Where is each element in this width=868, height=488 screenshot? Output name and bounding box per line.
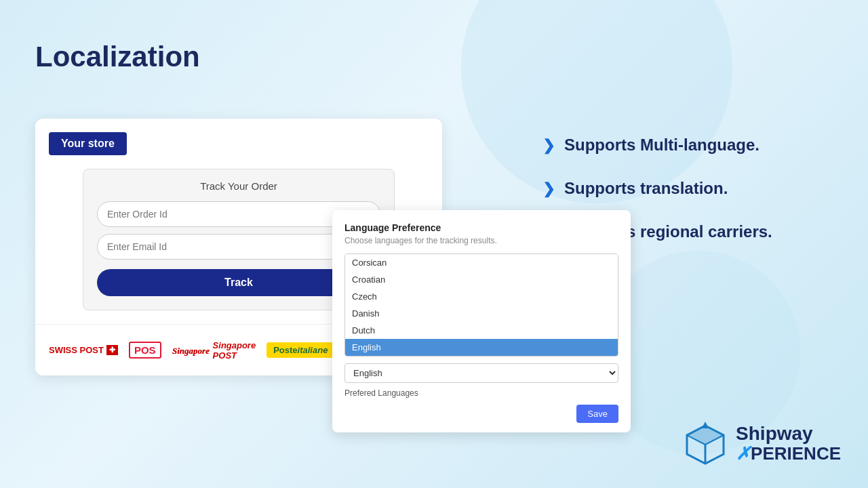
feature-item-1: ❯ Supports Multi-language. [542, 136, 827, 155]
chevron-icon-1: ❯ [542, 137, 555, 155]
xperience-rest: PERIENCE [751, 443, 841, 464]
lang-pref-subtitle: Choose languages for the tracking result… [344, 236, 618, 245]
lang-item-croatian[interactable]: Croatian [345, 271, 618, 288]
feature-text-2: Supports translation. [564, 179, 728, 198]
shipway-text: Shipway ✗ PERIENCE [736, 424, 841, 464]
lang-pref-title: Language Preference [344, 222, 618, 233]
lang-item-danish[interactable]: Danish [345, 305, 618, 322]
lang-select[interactable]: English [344, 363, 618, 383]
svg-marker-7 [702, 422, 709, 428]
svg-marker-3 [687, 426, 724, 445]
lang-save-button[interactable]: Save [576, 405, 618, 423]
pos-logo: POS [129, 342, 161, 359]
lang-dropdown-list[interactable]: Corsican Croatian Czech Danish Dutch Eng… [344, 253, 618, 357]
shipway-branding: Shipway ✗ PERIENCE [682, 420, 841, 468]
swiss-post-logo: SWISS POST ✚ [49, 345, 118, 355]
lang-preferred-label: Prefered Languages [344, 388, 618, 398]
lang-dropdown-container: Corsican Croatian Czech Danish Dutch Eng… [344, 253, 618, 357]
poste-italiane-logo: Posteitaliane [267, 342, 334, 358]
lang-item-dutch[interactable]: Dutch [345, 322, 618, 339]
chevron-icon-2: ❯ [542, 180, 555, 198]
page-title: Localization [35, 41, 200, 73]
xperience-x-icon: ✗ [736, 443, 751, 464]
singapore-post-logo: Singapore Singapore SingaporePOST [172, 340, 256, 361]
track-widget-title: Track Your Order [97, 180, 380, 192]
lang-item-english[interactable]: English [345, 339, 618, 356]
shipway-logo-icon [682, 420, 729, 468]
feature-item-2: ❯ Supports translation. [542, 179, 827, 198]
lang-item-czech[interactable]: Czech [345, 288, 618, 305]
feature-text-1: Supports Multi-language. [564, 136, 760, 155]
store-bar: Your store [35, 119, 442, 162]
lang-select-row: English [344, 363, 618, 383]
shipway-xperience: ✗ PERIENCE [736, 443, 841, 464]
shipway-name: Shipway [736, 424, 813, 443]
svg-text:Singapore: Singapore [172, 346, 210, 356]
lang-item-corsican[interactable]: Corsican [345, 254, 618, 271]
language-preference-panel: Language Preference Choose languages for… [332, 210, 631, 432]
store-badge: Your store [49, 132, 127, 155]
